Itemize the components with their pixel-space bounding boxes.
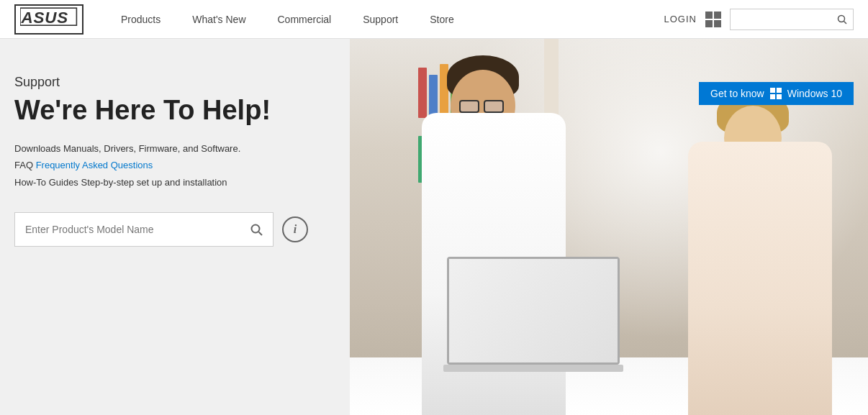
windows-banner[interactable]: Get to know Windows 10 — [699, 82, 854, 105]
svg-line-3 — [844, 21, 847, 24]
svg-point-2 — [838, 15, 845, 22]
logo[interactable]: ASUS — [14, 4, 83, 35]
help-heading: We're Here To Help! — [14, 96, 338, 126]
header-search-bar — [730, 9, 854, 30]
header-search-button[interactable] — [831, 9, 853, 30]
desc-item-faq: FAQ Frequently Asked Questions — [14, 157, 338, 173]
laptop-base — [443, 365, 623, 372]
windows-logo-icon — [770, 88, 782, 99]
svg-text:ASUS: ASUS — [21, 9, 68, 27]
main-content: Get to know Windows 10 Support We're Her… — [0, 39, 868, 415]
asus-logo-svg: ASUS — [20, 7, 78, 27]
header-right: LOGIN — [664, 9, 854, 30]
description-list: Downloads Manuals, Drivers, Firmware, an… — [14, 140, 338, 191]
nav-item-store[interactable]: Store — [414, 0, 469, 39]
search-icon — [837, 14, 847, 24]
model-search-wrapper — [14, 212, 273, 247]
left-panel: Support We're Here To Help! Downloads Ma… — [14, 75, 338, 247]
desc-item-downloads: Downloads Manuals, Drivers, Firmware, an… — [14, 140, 338, 157]
nav-item-commercial[interactable]: Commercial — [262, 0, 348, 39]
info-icon[interactable]: i — [282, 216, 308, 242]
model-search-input[interactable] — [15, 224, 240, 235]
nav-item-whats-new[interactable]: What's New — [176, 0, 261, 39]
laptop-screen-inner — [449, 259, 618, 362]
grid-icon[interactable] — [705, 12, 721, 27]
header: ASUS Products What's New Commercial Supp… — [0, 0, 868, 39]
section-label: Support — [14, 75, 338, 90]
model-search-icon — [250, 223, 263, 236]
asus-logo-text: ASUS — [14, 4, 83, 35]
svg-line-5 — [259, 232, 263, 235]
faq-link[interactable]: Frequently Asked Questions — [36, 160, 153, 170]
model-search-button[interactable] — [240, 212, 273, 247]
nav-menu: Products What's New Commercial Support S… — [105, 0, 664, 39]
windows-banner-text: Get to know — [710, 88, 764, 99]
header-search-input[interactable] — [731, 14, 831, 24]
person-right — [688, 113, 846, 415]
svg-point-4 — [252, 224, 260, 232]
glasses — [459, 100, 508, 113]
login-button[interactable]: LOGIN — [664, 14, 697, 24]
desc-item-howto: How-To Guides Step-by-step set up and in… — [14, 174, 338, 191]
laptop-screen — [447, 257, 620, 365]
person-body-right — [688, 142, 832, 415]
nav-item-support[interactable]: Support — [347, 0, 414, 39]
windows-banner-os: Windows 10 — [787, 88, 842, 99]
nav-item-products[interactable]: Products — [105, 0, 176, 39]
search-area: i — [14, 212, 338, 247]
